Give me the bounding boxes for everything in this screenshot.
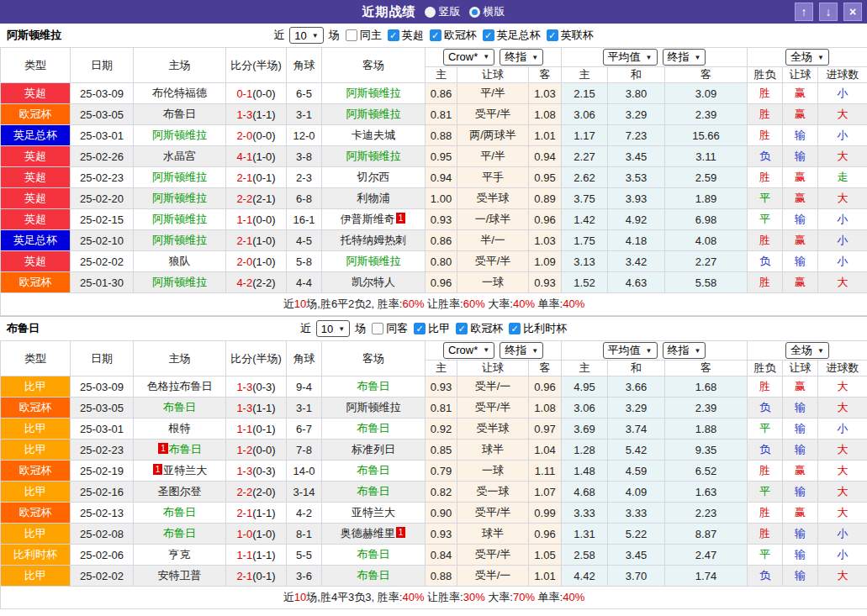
match-row: 英超25-02-15阿斯顿维拉1-1(0-0)16-1伊普斯维奇10.93一/球…	[1, 209, 867, 230]
date-cell: 25-02-02	[71, 566, 134, 587]
score-cell: 2-1(1-1)	[226, 503, 287, 524]
away-team-cell: 阿斯顿维拉	[322, 398, 426, 419]
away-team-cell: 托特纳姆热刺	[322, 230, 426, 251]
avg-home-cell: 3.75	[562, 188, 608, 209]
scope-select[interactable]: 全场▼	[785, 342, 829, 359]
column-header: 角球	[287, 48, 322, 83]
score-cell: 2-1(0-1)	[226, 167, 287, 188]
away-team-cell: 布鲁日	[322, 566, 426, 587]
odds-company-select[interactable]: Crow*▼	[443, 49, 494, 66]
column-subheader: 让球	[783, 361, 818, 376]
result-handicap-cell: 输	[783, 146, 818, 167]
avg-source-select[interactable]: 平均值▼	[603, 49, 658, 66]
league-filter-checkbox[interactable]: ✓	[414, 323, 426, 334]
league-badge: 英超	[1, 251, 71, 272]
away-team-cell: 布鲁日	[322, 545, 426, 566]
match-row: 比甲25-02-231布鲁日1-2(0-0)7-8标准列日0.85球半1.041…	[1, 440, 867, 461]
result-goals-cell: 走	[818, 167, 867, 188]
odds-handicap-cell: 两/两球半	[457, 125, 529, 146]
avg-draw-cell: 4.92	[608, 209, 665, 230]
date-cell: 25-03-01	[71, 419, 134, 440]
league-badge: 英超	[1, 167, 71, 188]
date-cell: 25-03-09	[71, 83, 134, 104]
odds-home-cell: 0.79	[426, 461, 457, 482]
home-team-cell: 阿斯顿维拉	[134, 272, 226, 293]
away-team-cell: 凯尔特人	[322, 272, 426, 293]
radio-horizontal-layout[interactable]: 横版	[469, 4, 505, 19]
avg-home-cell: 2.58	[562, 545, 608, 566]
same-venue-checkbox[interactable]	[372, 323, 383, 334]
league-filter-checkbox[interactable]: ✓	[509, 323, 521, 334]
radio-vertical-layout[interactable]: 竖版	[425, 4, 461, 19]
corner-cell: 9-4	[287, 376, 322, 398]
avg-source-select[interactable]: 平均值▼	[603, 342, 658, 359]
column-subheader: 主	[562, 361, 608, 376]
odds-away-cell: 1.08	[529, 104, 562, 125]
recent-count-select[interactable]: 10▼	[289, 27, 323, 44]
avg-home-cell: 4.95	[562, 376, 608, 398]
chevron-down-icon: ▼	[338, 325, 345, 333]
avg-home-cell: 1.42	[562, 209, 608, 230]
odds-company-select[interactable]: Crow*▼	[443, 342, 494, 359]
league-badge: 欧冠杯	[1, 104, 71, 125]
odds-stage-select[interactable]: 终指▼	[500, 49, 543, 66]
odds-home-cell: 0.93	[426, 524, 457, 545]
odds-stage-select[interactable]: 终指▼	[500, 342, 543, 359]
odds-handicap-cell: 球半	[457, 440, 529, 461]
corner-cell: 8-1	[287, 524, 322, 545]
corner-cell: 3-8	[287, 146, 322, 167]
date-cell: 25-03-09	[71, 376, 134, 398]
result-goals-cell: 大	[818, 188, 867, 209]
results-table: 类型日期主场比分(半场)角球客场Crow*▼终指▼平均值▼终指▼全场▼主让球客主…	[0, 340, 867, 609]
away-team-cell: 阿斯顿维拉	[322, 83, 426, 104]
match-row: 比甲25-03-01根特1-1(0-1)6-7布鲁日0.92受半球0.973.6…	[1, 419, 867, 440]
recent-count-select[interactable]: 10▼	[316, 320, 350, 337]
odds-away-cell: 0.95	[529, 167, 562, 188]
avg-stage-select[interactable]: 终指▼	[663, 49, 706, 66]
team-section: 阿斯顿维拉近10▼场同主✓英超✓欧冠杯✓英足总杯✓英联杯类型日期主场比分(半场)…	[0, 24, 867, 316]
move-down-button[interactable]: ↓	[819, 3, 838, 21]
column-subheader: 进球数	[818, 361, 867, 376]
league-filter-checkbox[interactable]: ✓	[456, 323, 468, 334]
result-handicap-cell: 赢	[783, 104, 818, 125]
scope-select[interactable]: 全场▼	[785, 49, 829, 66]
date-cell: 25-03-05	[71, 398, 134, 419]
move-up-button[interactable]: ↑	[795, 3, 813, 21]
result-handicap-cell: 输	[783, 545, 818, 566]
column-subheader: 和	[608, 361, 665, 376]
league-filter-checkbox[interactable]: ✓	[388, 29, 399, 41]
odds-handicap-cell: 半/一	[457, 230, 529, 251]
radio-unselected-icon	[425, 7, 436, 18]
away-team-cell: 阿斯顿维拉	[322, 104, 426, 125]
league-filter-checkbox[interactable]: ✓	[430, 29, 441, 41]
date-cell: 25-02-16	[71, 482, 134, 503]
column-subheader: 客	[529, 361, 562, 376]
close-button[interactable]: ×	[843, 3, 862, 21]
radio-horizontal-label: 横版	[484, 4, 505, 19]
scope-group-header: 全场▼	[748, 341, 867, 361]
result-goals-cell: 小	[818, 125, 867, 146]
avg-stage-select[interactable]: 终指▼	[663, 342, 706, 359]
result-outcome-cell: 负	[748, 440, 783, 461]
away-team-cell: 卡迪夫城	[322, 125, 426, 146]
result-handicap-cell: 输	[783, 251, 818, 272]
chevron-down-icon: ▼	[817, 54, 824, 61]
league-filter-checkbox[interactable]: ✓	[547, 29, 558, 41]
avg-away-cell: 1.88	[665, 419, 748, 440]
column-subheader: 胜负	[748, 67, 783, 83]
column-subheader: 进球数	[818, 67, 867, 83]
odds-handicap-cell: 受平/半	[457, 251, 529, 272]
result-outcome-cell: 胜	[748, 167, 783, 188]
home-team-cell: 阿斯顿维拉	[134, 188, 226, 209]
avg-draw-cell: 4.09	[608, 482, 665, 503]
result-outcome-cell: 平	[748, 419, 783, 440]
result-goals-cell: 小	[818, 230, 867, 251]
avg-home-cell: 3.33	[562, 503, 608, 524]
score-cell: 2-2(2-1)	[226, 188, 287, 209]
result-goals-cell: 大	[818, 146, 867, 167]
avg-away-cell: 1.68	[665, 376, 748, 398]
titlebar-buttons: ↑ ↓ ×	[795, 3, 862, 21]
result-handicap-cell: 输	[783, 440, 818, 461]
same-venue-checkbox[interactable]	[346, 29, 357, 41]
league-filter-checkbox[interactable]: ✓	[483, 29, 494, 41]
